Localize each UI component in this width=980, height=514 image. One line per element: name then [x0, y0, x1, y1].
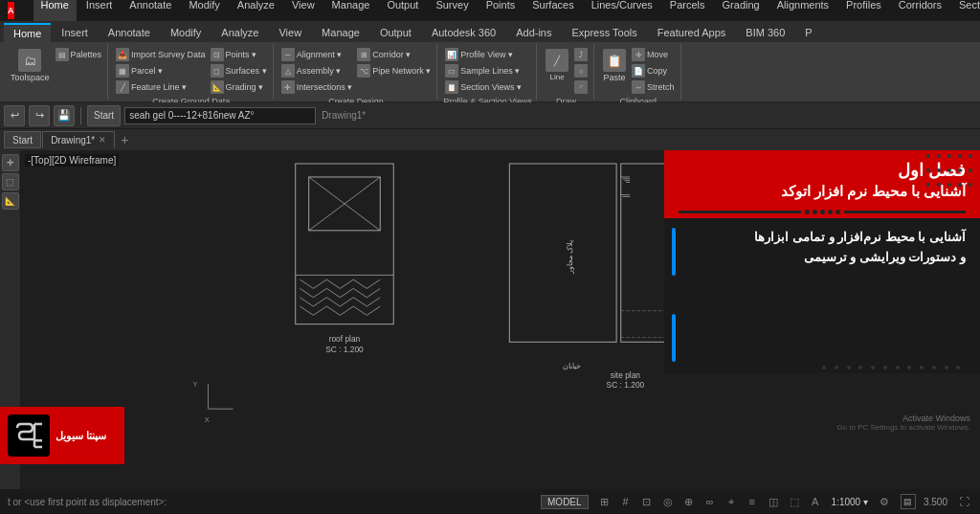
- ribbon-tab-featuredapps[interactable]: Featured Apps: [648, 23, 736, 42]
- zoom-level: 1:1000 ▾: [832, 497, 868, 507]
- svg-text:roof plan: roof plan: [329, 334, 361, 344]
- polyline-btn[interactable]: ⤴: [572, 47, 590, 62]
- alignment-btn[interactable]: ─Alignment ▾: [279, 47, 355, 62]
- viewport-container: ✛ ⬚ 📐 -[Top][2D Wireframe]: [0, 150, 980, 489]
- left-tool-1[interactable]: ✛: [2, 154, 19, 171]
- move-icon: ✛: [632, 48, 645, 61]
- otrack-icon[interactable]: ∞: [702, 493, 719, 510]
- polyline-icon: ⤴: [574, 48, 588, 61]
- viewport-config-btn[interactable]: ▤: [901, 494, 916, 509]
- toolspace-btn[interactable]: 🗂 Toolspace: [8, 47, 53, 84]
- paste-btn[interactable]: 📋 Paste: [600, 47, 629, 84]
- ribbon-tab-autodesk360[interactable]: Autodesk 360: [422, 23, 505, 42]
- parcel-btn[interactable]: ▦Parcel ▾: [114, 63, 208, 78]
- ucs-icon[interactable]: ⌖: [723, 493, 740, 510]
- annotation-icon[interactable]: A: [807, 493, 824, 510]
- ribbon-tab-insert[interactable]: Insert: [52, 23, 98, 42]
- points-btn[interactable]: ⊡Points ▾: [209, 47, 269, 62]
- model-space-btn[interactable]: MODEL: [541, 495, 589, 509]
- lineweight-icon[interactable]: ≡: [744, 493, 761, 510]
- pipenetwork-btn[interactable]: ⌥Pipe Network ▾: [355, 63, 433, 78]
- stretch-btn[interactable]: ↔Stretch: [630, 79, 677, 95]
- circle-btn[interactable]: ○: [572, 63, 590, 78]
- corridor-btn[interactable]: ⊞Corridor ▾: [355, 47, 433, 62]
- new-tab-btn[interactable]: +: [116, 131, 133, 148]
- move-btn[interactable]: ✛Move: [630, 47, 677, 62]
- command-line: t or <use first point as displacement>:: [8, 497, 533, 507]
- create-ground-buttons: 📥Import Survey Data ▦Parcel ▾ ╱Feature L…: [114, 47, 269, 95]
- dots-row: [805, 210, 840, 214]
- ribbon-tab-home[interactable]: Home: [4, 23, 51, 42]
- toolspace-buttons: 🗂 Toolspace ▤Palettes: [8, 47, 103, 96]
- ribbon-tab-addins[interactable]: Add-ins: [506, 23, 561, 42]
- sectionviews-btn[interactable]: 📋Section Views ▾: [443, 79, 523, 95]
- snap-icon[interactable]: ⊞: [596, 493, 613, 510]
- line-btn[interactable]: ╱ Line: [543, 47, 571, 83]
- left-tool-2[interactable]: ⬚: [2, 173, 19, 190]
- featureline-btn[interactable]: ╱Feature Line ▾: [114, 79, 208, 95]
- osnap-icon[interactable]: ⊕: [680, 493, 698, 510]
- tab-start[interactable]: Start: [4, 131, 41, 148]
- start-btn[interactable]: Start: [87, 105, 121, 126]
- logo-sc-icon: [8, 414, 50, 457]
- banner-bottom-dots: [664, 362, 980, 373]
- sectionviews-icon: 📋: [445, 80, 458, 94]
- tab-drawing1[interactable]: Drawing1* ✕: [42, 131, 115, 148]
- polar-icon[interactable]: ◎: [659, 493, 677, 510]
- ortho-icon[interactable]: ⊡: [638, 493, 656, 510]
- blue-connectors: [664, 218, 683, 362]
- company-logo-area: سپنتا سیویل: [0, 407, 124, 464]
- profile-buttons: 📊Profile View ▾ ▭Sample Lines ▾ 📋Section…: [443, 47, 532, 95]
- surfaces-icon: ◻: [211, 64, 224, 78]
- alignment-icon: ─: [281, 48, 295, 61]
- import-icon: 📥: [116, 48, 129, 61]
- svg-text:Y: Y: [193, 380, 198, 389]
- palettes-icon: ▤: [56, 48, 69, 61]
- company-name: سپنتا سیویل: [56, 430, 106, 442]
- ribbon-tab-p[interactable]: P: [795, 23, 821, 42]
- grading-btn[interactable]: 📐Grading ▾: [209, 79, 269, 95]
- intersections-btn[interactable]: ✛Intersections ▾: [279, 79, 355, 95]
- parcel-icon: ▦: [116, 64, 129, 78]
- ribbon-tab-expresstools[interactable]: Express Tools: [562, 23, 646, 42]
- undo-btn[interactable]: ↩: [4, 105, 25, 126]
- assembly-icon: △: [281, 64, 295, 78]
- palettes-btn[interactable]: ▤Palettes: [54, 47, 104, 62]
- ribbon-group-create-design: ─Alignment ▾ △Assembly ▾ ✛Intersections …: [276, 44, 438, 100]
- draw-buttons: ╱ Line ⤴ ○ ◜: [543, 47, 590, 95]
- left-tool-3[interactable]: 📐: [2, 192, 19, 210]
- banner-bottom-container: آشنایی با محیط نرم‌افزار و تمامی ابزارها…: [664, 218, 980, 362]
- ribbon-group-toolspace: 🗂 Toolspace ▤Palettes: [4, 44, 108, 100]
- import-survey-btn[interactable]: 📥Import Survey Data: [114, 47, 208, 62]
- assembly-btn[interactable]: △Assembly ▾: [279, 63, 355, 78]
- ribbon-tab-annotate[interactable]: Annotate: [99, 23, 160, 42]
- intersections-icon: ✛: [281, 80, 295, 94]
- arc-btn[interactable]: ◜: [572, 79, 590, 95]
- tab-close-btn[interactable]: ✕: [99, 135, 106, 145]
- ribbon-tab-manage[interactable]: Manage: [312, 23, 369, 42]
- windows-watermark: Activate Windows Go to PC Settings to ac…: [836, 413, 970, 432]
- settings-icon[interactable]: ⚙: [876, 493, 893, 510]
- selection-icon[interactable]: ⬚: [786, 493, 803, 510]
- transparency-icon[interactable]: ◫: [765, 493, 782, 510]
- profileview-btn[interactable]: 📊Profile View ▾: [443, 47, 523, 62]
- ribbon-group-profile: 📊Profile View ▾ ▭Sample Lines ▾ 📋Section…: [439, 44, 537, 100]
- svg-text:SC : 1.200: SC : 1.200: [325, 345, 364, 354]
- ribbon-tab-modify[interactable]: Modify: [161, 23, 211, 42]
- samplelines-btn[interactable]: ▭Sample Lines ▾: [443, 63, 523, 78]
- command-input[interactable]: [124, 107, 316, 124]
- surfaces-btn[interactable]: ◻Surfaces ▾: [209, 63, 269, 78]
- points-icon: ⊡: [211, 48, 224, 61]
- grid-icon[interactable]: #: [617, 493, 635, 510]
- banner-bottom: آشنایی با محیط نرم‌افزار و تمامی ابزارها…: [683, 218, 980, 362]
- fullscreen-icon[interactable]: ⛶: [955, 493, 972, 510]
- ribbon-tab-bim360[interactable]: BIM 360: [736, 23, 794, 42]
- save-btn[interactable]: 💾: [54, 105, 75, 126]
- copy-btn[interactable]: 📄Copy: [630, 63, 677, 78]
- banner-subtitle-2: و دستورات ویرایشی و ترسیمی: [698, 248, 966, 268]
- ribbon-tab-view[interactable]: View: [269, 23, 311, 42]
- ribbon-tab-output[interactable]: Output: [370, 23, 421, 42]
- ribbon-tab-analyze[interactable]: Analyze: [212, 23, 268, 42]
- tab-drawing1-label: Drawing1*: [51, 135, 95, 145]
- redo-btn[interactable]: ↪: [29, 105, 50, 126]
